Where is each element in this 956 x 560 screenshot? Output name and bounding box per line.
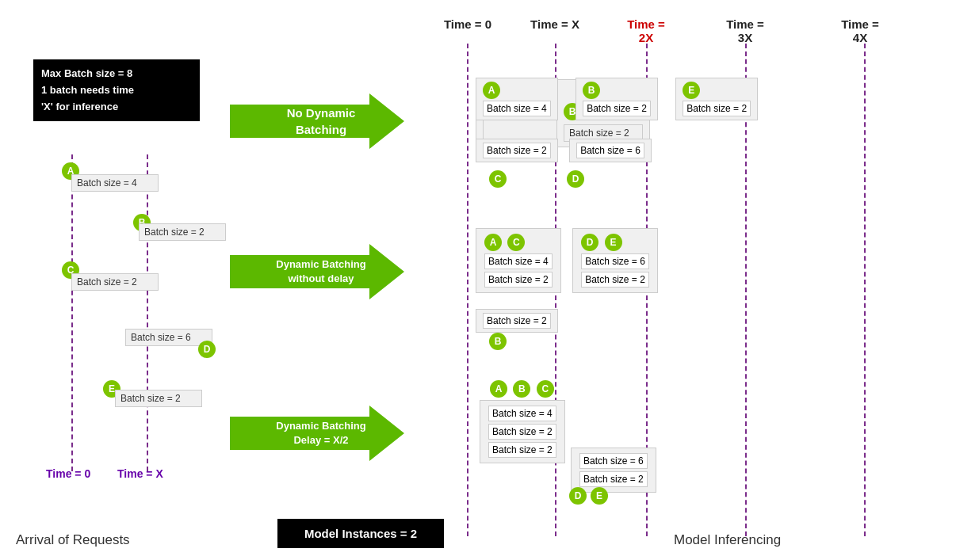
delay-group2: Batch size = 6 Batch size = 2 bbox=[571, 448, 656, 493]
nd-batch-d6: Batch size = 6 bbox=[576, 143, 644, 158]
inferencing-label: Model Inferencing bbox=[674, 532, 781, 548]
circle-d-dnd: D bbox=[581, 234, 598, 251]
time-label-t4x: Time = 4X bbox=[832, 17, 888, 44]
time-label-t0-left: Time = 0 bbox=[46, 467, 90, 480]
arrow3-label: Dynamic BatchingDelay = X/2 bbox=[276, 419, 365, 448]
del-batch2: Batch size = 2 bbox=[488, 424, 556, 440]
circle-a-dnd: A bbox=[484, 234, 502, 251]
dnd-batch1: Batch size = 4 bbox=[484, 253, 553, 269]
time-label-tx-right: Time = X bbox=[527, 17, 583, 31]
circle-c-dnd: C bbox=[507, 234, 525, 251]
batch-b-arrival: Batch size = 2 bbox=[139, 223, 226, 241]
arrow1-label: No DynamicBatching bbox=[287, 105, 356, 138]
circle-e-del: E bbox=[591, 487, 608, 505]
nd-batch-c2: Batch size = 2 bbox=[483, 143, 551, 158]
circle-b-nd: B bbox=[583, 82, 600, 99]
arrival-label: Arrival of Requests bbox=[16, 532, 130, 548]
batch-c-arrival: Batch size = 2 bbox=[71, 273, 159, 291]
info-line3: 'X' for inference bbox=[41, 101, 118, 112]
delay-group1: Batch size = 4 Batch size = 2 Batch size… bbox=[480, 400, 565, 463]
circle-c-nd: C bbox=[489, 170, 507, 188]
del-batch3: Batch size = 2 bbox=[488, 442, 556, 458]
dnd-batch5: Batch size = 2 bbox=[483, 313, 551, 329]
del-batch5: Batch size = 2 bbox=[579, 471, 648, 487]
time-label-t0-right: Time = 0 bbox=[440, 17, 495, 31]
nd-batch-b: Batch size = 2 bbox=[583, 101, 651, 116]
arrow2-label: Dynamic Batchingwithout delay bbox=[276, 257, 365, 286]
del-batch4: Batch size = 6 bbox=[579, 453, 648, 469]
nd-batch-e: Batch size = 2 bbox=[683, 101, 751, 116]
arrow-dynamic-no-delay: Dynamic Batchingwithout delay bbox=[230, 244, 404, 299]
delay-circles: A B C bbox=[490, 380, 554, 398]
dashed-line-t0-left bbox=[71, 154, 73, 471]
no-dynamic-row2: Batch size = 2 Batch size = 6 bbox=[476, 139, 652, 162]
circle-d-arrival: D bbox=[198, 341, 216, 358]
time-label-tx-left: Time = X bbox=[117, 467, 163, 480]
dashed-line-tx-left bbox=[147, 154, 148, 471]
circle-d-nd: D bbox=[567, 170, 584, 188]
time-label-t2x: Time = 2X bbox=[618, 17, 674, 44]
circle-a-del: A bbox=[490, 380, 507, 398]
model-instances-label: Model Instances = 2 bbox=[304, 527, 417, 540]
nd-batch-a: Batch size = 4 bbox=[483, 101, 551, 116]
main-container: Time = 0 Time = X Time = 2X Time = 3X Ti… bbox=[0, 0, 956, 560]
circle-c-del: C bbox=[537, 380, 554, 398]
circle-e-nd: E bbox=[683, 82, 700, 99]
arrow-no-dynamic: No DynamicBatching bbox=[230, 93, 404, 149]
del-batch1: Batch size = 4 bbox=[488, 406, 556, 421]
info-box: Max Batch size = 8 1 batch needs time 'X… bbox=[33, 59, 200, 121]
dashed-line-t4x bbox=[864, 44, 866, 536]
dashed-line-t0-right bbox=[467, 44, 468, 536]
info-line2: 1 batch needs time bbox=[41, 84, 134, 96]
circle-b-del: B bbox=[513, 380, 530, 398]
batch-e-arrival: Batch size = 2 bbox=[115, 390, 202, 407]
arrow-dynamic-delay: Dynamic BatchingDelay = X/2 bbox=[230, 406, 404, 461]
circle-e-dnd: E bbox=[605, 234, 622, 251]
batch-a-arrival: Batch size = 4 bbox=[71, 174, 159, 192]
dyn-no-delay-row1: A C Batch size = 4 Batch size = 2 D E Ba… bbox=[476, 228, 658, 293]
circle-a-nd: A bbox=[483, 82, 500, 99]
dnd-batch2: Batch size = 2 bbox=[484, 272, 553, 288]
time-label-t3x: Time = 3X bbox=[717, 17, 773, 44]
dyn-no-delay-row2: Batch size = 2 bbox=[476, 309, 558, 333]
dnd-batch3: Batch size = 6 bbox=[581, 253, 649, 269]
model-instances-box: Model Instances = 2 bbox=[277, 519, 444, 548]
circle-d-del: D bbox=[569, 487, 587, 505]
circle-b-dnd-below: B bbox=[489, 333, 507, 350]
dnd-batch4: Batch size = 2 bbox=[581, 272, 649, 288]
no-dynamic-row1: A Batch size = 4 B Batch size = 2 E Batc… bbox=[476, 78, 758, 120]
info-line1: Max Batch size = 8 bbox=[41, 67, 132, 79]
